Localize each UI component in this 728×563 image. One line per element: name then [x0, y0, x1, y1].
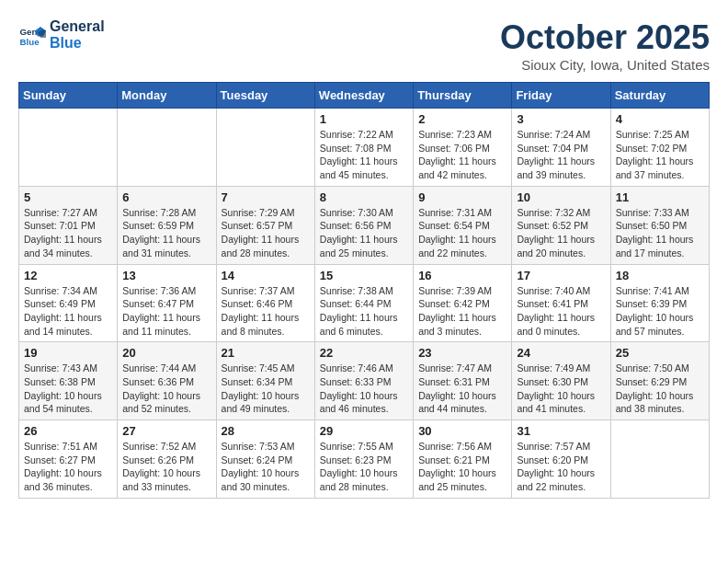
calendar-cell [118, 109, 216, 187]
day-info: Sunrise: 7:39 AM Sunset: 6:42 PM Dayligh… [418, 284, 506, 339]
weekday-header-row: SundayMondayTuesdayWednesdayThursdayFrid… [19, 83, 710, 109]
day-number: 23 [418, 346, 506, 360]
day-number: 27 [122, 424, 210, 438]
location-subtitle: Sioux City, Iowa, United States [500, 57, 710, 73]
day-info: Sunrise: 7:31 AM Sunset: 6:54 PM Dayligh… [418, 206, 506, 260]
svg-text:Blue: Blue [20, 36, 40, 46]
calendar-cell: 4Sunrise: 7:25 AM Sunset: 7:02 PM Daylig… [610, 109, 709, 187]
calendar-cell: 11Sunrise: 7:33 AM Sunset: 6:50 PM Dayli… [610, 186, 709, 264]
weekday-header: Monday [118, 83, 216, 109]
month-title: October 2025 [500, 18, 710, 57]
calendar-cell [19, 109, 118, 187]
day-number: 19 [24, 346, 112, 360]
weekday-header: Saturday [610, 83, 709, 109]
weekday-header: Wednesday [314, 83, 413, 109]
day-number: 29 [320, 424, 408, 438]
calendar-cell: 31Sunrise: 7:57 AM Sunset: 6:20 PM Dayli… [512, 420, 610, 499]
logo-line2: Blue [50, 35, 105, 52]
calendar-cell: 6Sunrise: 7:28 AM Sunset: 6:59 PM Daylig… [118, 186, 216, 264]
logo-icon: General Blue [18, 21, 46, 49]
calendar-cell: 30Sunrise: 7:56 AM Sunset: 6:21 PM Dayli… [414, 420, 512, 499]
logo-line1: General [50, 18, 105, 35]
calendar-cell: 23Sunrise: 7:47 AM Sunset: 6:31 PM Dayli… [414, 342, 512, 420]
day-number: 15 [320, 269, 408, 282]
calendar-week-row: 5Sunrise: 7:27 AM Sunset: 7:01 PM Daylig… [19, 186, 710, 264]
day-number: 24 [517, 346, 605, 360]
calendar-cell: 16Sunrise: 7:39 AM Sunset: 6:42 PM Dayli… [414, 264, 512, 342]
calendar-cell [610, 420, 709, 499]
calendar-table: SundayMondayTuesdayWednesdayThursdayFrid… [18, 82, 710, 499]
day-info: Sunrise: 7:44 AM Sunset: 6:36 PM Dayligh… [122, 362, 210, 416]
day-info: Sunrise: 7:33 AM Sunset: 6:50 PM Dayligh… [616, 206, 704, 260]
calendar-cell: 2Sunrise: 7:23 AM Sunset: 7:06 PM Daylig… [414, 109, 512, 187]
day-info: Sunrise: 7:56 AM Sunset: 6:21 PM Dayligh… [418, 440, 506, 494]
day-number: 12 [24, 269, 112, 282]
calendar-cell: 9Sunrise: 7:31 AM Sunset: 6:54 PM Daylig… [414, 186, 512, 264]
day-number: 5 [24, 190, 112, 204]
day-number: 2 [418, 112, 506, 126]
calendar-week-row: 12Sunrise: 7:34 AM Sunset: 6:49 PM Dayli… [19, 264, 710, 342]
calendar-cell: 7Sunrise: 7:29 AM Sunset: 6:57 PM Daylig… [216, 186, 314, 264]
calendar-cell: 17Sunrise: 7:40 AM Sunset: 6:41 PM Dayli… [512, 264, 610, 342]
day-number: 20 [122, 346, 210, 360]
day-number: 18 [616, 269, 704, 282]
calendar-cell: 15Sunrise: 7:38 AM Sunset: 6:44 PM Dayli… [314, 264, 413, 342]
day-info: Sunrise: 7:25 AM Sunset: 7:02 PM Dayligh… [616, 128, 704, 182]
day-info: Sunrise: 7:37 AM Sunset: 6:46 PM Dayligh… [222, 284, 310, 339]
day-info: Sunrise: 7:45 AM Sunset: 6:34 PM Dayligh… [222, 362, 310, 416]
day-info: Sunrise: 7:55 AM Sunset: 6:23 PM Dayligh… [320, 440, 408, 494]
calendar-cell: 1Sunrise: 7:22 AM Sunset: 7:08 PM Daylig… [314, 109, 413, 187]
calendar-cell: 14Sunrise: 7:37 AM Sunset: 6:46 PM Dayli… [216, 264, 314, 342]
day-info: Sunrise: 7:53 AM Sunset: 6:24 PM Dayligh… [222, 440, 310, 494]
day-number: 31 [517, 424, 605, 438]
calendar-cell: 26Sunrise: 7:51 AM Sunset: 6:27 PM Dayli… [19, 420, 118, 499]
calendar-cell: 19Sunrise: 7:43 AM Sunset: 6:38 PM Dayli… [19, 342, 118, 420]
day-number: 25 [616, 346, 704, 360]
calendar-cell: 27Sunrise: 7:52 AM Sunset: 6:26 PM Dayli… [118, 420, 216, 499]
calendar-cell: 25Sunrise: 7:50 AM Sunset: 6:29 PM Dayli… [610, 342, 709, 420]
calendar-cell [216, 109, 314, 187]
day-number: 1 [320, 112, 408, 126]
day-info: Sunrise: 7:36 AM Sunset: 6:47 PM Dayligh… [122, 284, 210, 339]
calendar-cell: 8Sunrise: 7:30 AM Sunset: 6:56 PM Daylig… [314, 186, 413, 264]
day-info: Sunrise: 7:24 AM Sunset: 7:04 PM Dayligh… [517, 128, 605, 182]
weekday-header: Friday [512, 83, 610, 109]
calendar-cell: 3Sunrise: 7:24 AM Sunset: 7:04 PM Daylig… [512, 109, 610, 187]
day-number: 26 [24, 424, 112, 438]
calendar-cell: 10Sunrise: 7:32 AM Sunset: 6:52 PM Dayli… [512, 186, 610, 264]
calendar-cell: 24Sunrise: 7:49 AM Sunset: 6:30 PM Dayli… [512, 342, 610, 420]
day-info: Sunrise: 7:49 AM Sunset: 6:30 PM Dayligh… [517, 362, 605, 416]
day-info: Sunrise: 7:52 AM Sunset: 6:26 PM Dayligh… [122, 440, 210, 494]
calendar-week-row: 26Sunrise: 7:51 AM Sunset: 6:27 PM Dayli… [19, 420, 710, 499]
day-info: Sunrise: 7:43 AM Sunset: 6:38 PM Dayligh… [24, 362, 112, 416]
day-number: 22 [320, 346, 408, 360]
weekday-header: Thursday [414, 83, 512, 109]
title-block: October 2025 Sioux City, Iowa, United St… [500, 18, 710, 73]
day-number: 28 [222, 424, 310, 438]
day-number: 11 [616, 190, 704, 204]
calendar-week-row: 19Sunrise: 7:43 AM Sunset: 6:38 PM Dayli… [19, 342, 710, 420]
logo: General Blue General Blue [18, 18, 105, 51]
day-info: Sunrise: 7:46 AM Sunset: 6:33 PM Dayligh… [320, 362, 408, 416]
day-number: 7 [222, 190, 310, 204]
day-info: Sunrise: 7:22 AM Sunset: 7:08 PM Dayligh… [320, 128, 408, 182]
day-info: Sunrise: 7:40 AM Sunset: 6:41 PM Dayligh… [517, 284, 605, 339]
day-info: Sunrise: 7:27 AM Sunset: 7:01 PM Dayligh… [24, 206, 112, 260]
day-info: Sunrise: 7:28 AM Sunset: 6:59 PM Dayligh… [122, 206, 210, 260]
weekday-header: Sunday [19, 83, 118, 109]
calendar-cell: 18Sunrise: 7:41 AM Sunset: 6:39 PM Dayli… [610, 264, 709, 342]
day-info: Sunrise: 7:41 AM Sunset: 6:39 PM Dayligh… [616, 284, 704, 339]
calendar-cell: 28Sunrise: 7:53 AM Sunset: 6:24 PM Dayli… [216, 420, 314, 499]
day-number: 21 [222, 346, 310, 360]
day-info: Sunrise: 7:34 AM Sunset: 6:49 PM Dayligh… [24, 284, 112, 339]
calendar-cell: 13Sunrise: 7:36 AM Sunset: 6:47 PM Dayli… [118, 264, 216, 342]
day-number: 9 [418, 190, 506, 204]
day-number: 13 [122, 269, 210, 282]
day-info: Sunrise: 7:50 AM Sunset: 6:29 PM Dayligh… [616, 362, 704, 416]
day-info: Sunrise: 7:57 AM Sunset: 6:20 PM Dayligh… [517, 440, 605, 494]
day-number: 30 [418, 424, 506, 438]
day-info: Sunrise: 7:23 AM Sunset: 7:06 PM Dayligh… [418, 128, 506, 182]
day-number: 17 [517, 269, 605, 282]
day-number: 14 [222, 269, 310, 282]
day-number: 8 [320, 190, 408, 204]
